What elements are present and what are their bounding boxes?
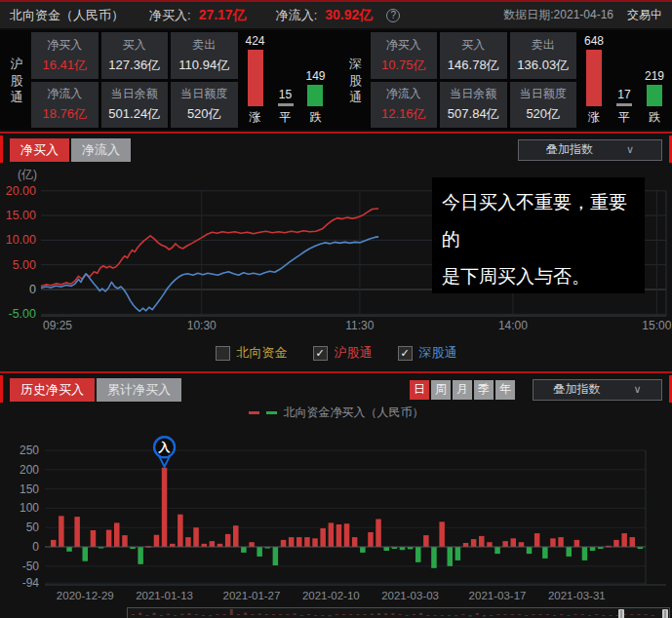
panel-shenzhen-cells: 净买入10.75亿 买入146.78亿 卖出136.03亿 净流入12.16亿 … (371, 32, 577, 128)
legend-green-dash-icon (266, 411, 277, 414)
tab-history-net-buy[interactable]: 历史净买入 (10, 378, 95, 402)
overlay-index-select[interactable]: 叠加指数 ∨ (533, 379, 662, 401)
svg-text:100: 100 (20, 501, 39, 515)
net-buy-value: 27.17亿 (199, 7, 247, 24)
checkbox-label: 沪股通 (335, 344, 373, 362)
svg-text:5.00: 5.00 (13, 258, 36, 272)
advancers-column: 424涨 (246, 34, 265, 126)
svg-text:2021-03-17: 2021-03-17 (469, 590, 527, 601)
legend-label: 北向资金净买入（人民币） (284, 405, 424, 421)
svg-text:2021-01-27: 2021-01-27 (223, 590, 281, 601)
period-quarter-button[interactable]: 季 (474, 380, 494, 400)
stat-cell: 当日余额507.84亿 (440, 82, 507, 129)
legend-red-dash-icon (249, 411, 259, 414)
svg-text:20.00: 20.00 (6, 184, 36, 198)
svg-text:150: 150 (20, 483, 39, 496)
svg-text:2021-03-03: 2021-03-03 (381, 590, 439, 601)
series-checkbox-row: 北向资金 ✓ 沪股通 ✓ 深股通 (0, 341, 672, 365)
svg-text:0: 0 (29, 283, 36, 296)
period-year-button[interactable]: 年 (495, 380, 515, 400)
unchanged-bar (278, 103, 294, 106)
overlay-index-select[interactable]: 叠加指数 ∨ (518, 139, 662, 161)
annotation-overlay: 今日买入不重要，重要的 是下周买入与否。 (432, 177, 645, 293)
annotation-line1: 今日买入不重要，重要的 (442, 184, 635, 258)
svg-text:250: 250 (20, 444, 39, 457)
page-title: 北向资金（人民币） (10, 7, 124, 24)
chart-marker-flag[interactable]: 入 (158, 441, 172, 454)
unchanged-bar (616, 103, 632, 106)
history-bar-chart: 250200150100500-50-942020-12-292021-01-1… (0, 421, 672, 611)
period-month-button[interactable]: 月 (453, 380, 472, 400)
stat-cell: 卖出110.94亿 (171, 32, 238, 79)
advancers-bar (248, 50, 263, 106)
net-inflow-label: 净流入: (276, 7, 318, 24)
svg-text:50: 50 (26, 521, 40, 534)
stat-cell: 净买入16.41亿 (31, 32, 99, 79)
svg-text:2021-03-31: 2021-03-31 (548, 590, 606, 601)
period-buttons: 日 周 月 季 年 (410, 380, 515, 400)
advance-decline-bars: 424涨 15平 149跌 (238, 32, 332, 128)
decliners-bar (647, 85, 662, 106)
svg-text:2020-12-29: 2020-12-29 (57, 590, 114, 601)
period-week-button[interactable]: 周 (431, 380, 451, 400)
navigator-minichart[interactable] (128, 608, 669, 618)
svg-text:09:25: 09:25 (43, 319, 72, 332)
market-status: 交易中 (627, 7, 662, 23)
svg-text:2021-01-13: 2021-01-13 (136, 590, 193, 601)
checkbox-label: 深股通 (419, 344, 457, 362)
overlay-index-label: 叠加指数 (546, 141, 593, 158)
net-inflow-value: 30.92亿 (325, 7, 373, 24)
checkbox-northbound[interactable]: 北向资金 (216, 344, 288, 362)
stat-cell: 当日额度520亿 (510, 82, 577, 129)
northbound-capital-app: 北向资金（人民币） 净买入: 27.17亿 净流入: 30.92亿 ? 数据日期… (0, 0, 672, 618)
checkbox-checked-icon[interactable]: ✓ (398, 346, 413, 361)
stat-cell: 买入146.78亿 (440, 32, 507, 79)
decliners-column: 219跌 (645, 34, 664, 126)
history-section: 历史净买入 累计净买入 日 周 月 季 年 叠加指数 ∨ 北向资金净买入（人民币… (0, 371, 672, 618)
section-accent (0, 375, 3, 403)
stat-cell: 买入127.36亿 (101, 32, 169, 79)
tab-cumulative-net-buy[interactable]: 累计净买入 (97, 378, 181, 402)
panel-shenzhen-label: 深 股 通 (341, 32, 371, 128)
intraday-section: 净买入 净流入 叠加指数 ∨ (亿)20.0015.0010.005.000-5… (0, 132, 672, 371)
stat-cell: 净流入12.16亿 (371, 82, 438, 129)
advancers-column: 648涨 (584, 34, 604, 126)
unchanged-column: 17平 (616, 34, 632, 126)
svg-text:200: 200 (20, 463, 39, 477)
range-navigator[interactable] (127, 607, 670, 618)
checkbox-shanghai-connect[interactable]: ✓ 沪股通 (313, 344, 373, 362)
tab-net-buy[interactable]: 净买入 (10, 138, 69, 162)
checkbox-checked-icon[interactable]: ✓ (313, 346, 328, 361)
svg-text:-50: -50 (22, 560, 40, 573)
svg-text:10.00: 10.00 (6, 233, 36, 247)
panel-shanghai-connect: 沪 股 通 净买入16.41亿 买入127.36亿 卖出110.94亿 净流入1… (0, 30, 334, 130)
history-legend: 北向资金净买入（人民币） (0, 405, 672, 420)
data-date: 数据日期:2021-04-16 (503, 7, 613, 23)
svg-text:10:30: 10:30 (187, 319, 217, 332)
panel-shanghai-cells: 净买入16.41亿 买入127.36亿 卖出110.94亿 净流入18.76亿 … (31, 32, 238, 128)
panel-shenzhen-connect: 深 股 通 净买入10.75亿 买入146.78亿 卖出136.03亿 净流入1… (339, 30, 672, 130)
stat-cell: 净买入10.75亿 (371, 32, 438, 79)
tab-net-inflow[interactable]: 净流入 (71, 138, 131, 162)
svg-text:11:30: 11:30 (345, 319, 374, 332)
decliners-column: 149跌 (305, 34, 325, 126)
svg-text:2021-02-10: 2021-02-10 (302, 590, 360, 601)
checkbox-unchecked-icon[interactable] (216, 346, 230, 361)
stat-cell: 当日余额501.24亿 (101, 82, 169, 129)
unchanged-column: 15平 (278, 34, 294, 126)
stat-cell: 卖出136.03亿 (510, 32, 577, 79)
stat-cell: 净流入18.76亿 (31, 82, 99, 129)
intraday-tabrow: 净买入 净流入 叠加指数 ∨ (10, 138, 662, 161)
net-buy-label: 净买入: (149, 7, 191, 24)
connect-stats-row: 沪 股 通 净买入16.41亿 买入127.36亿 卖出110.94亿 净流入1… (0, 30, 672, 130)
advancers-bar (586, 50, 602, 106)
help-icon[interactable]: ? (386, 9, 400, 22)
advance-decline-bars: 648涨 17平 219跌 (576, 32, 670, 128)
checkbox-shenzhen-connect[interactable]: ✓ 深股通 (398, 344, 457, 362)
annotation-line2: 是下周买入与否。 (442, 258, 635, 295)
svg-text:15.00: 15.00 (6, 209, 36, 222)
period-day-button[interactable]: 日 (410, 380, 429, 400)
chevron-down-icon: ∨ (633, 383, 641, 396)
history-tabrow: 历史净买入 累计净买入 日 周 月 季 年 叠加指数 ∨ (10, 378, 662, 401)
svg-text:14:00: 14:00 (498, 319, 528, 332)
